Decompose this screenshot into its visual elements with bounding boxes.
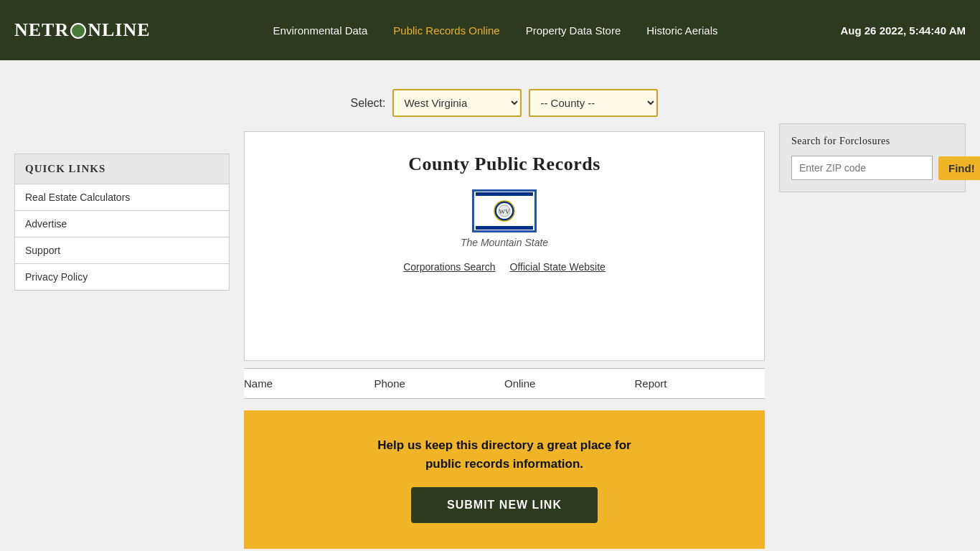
table-header: Name Phone Online Report xyxy=(244,368,765,399)
sidebar-list: Real Estate Calculators Advertise Suppor… xyxy=(14,184,230,291)
nav-public-records-online[interactable]: Public Records Online xyxy=(393,24,499,37)
official-state-website-link[interactable]: Official State Website xyxy=(510,261,606,273)
nav-environmental-data[interactable]: Environmental Data xyxy=(273,24,368,37)
col-report: Report xyxy=(635,377,765,390)
sidebar-link-support[interactable]: Support xyxy=(15,237,229,263)
col-online: Online xyxy=(504,377,635,390)
state-nickname: The Mountain State xyxy=(461,237,548,248)
foreclosure-title: Search for Forclosures xyxy=(791,136,953,147)
submit-new-link-button[interactable]: SUBMIT NEW LINK xyxy=(411,487,598,523)
cta-text-line2: public records information. xyxy=(425,457,583,471)
sidebar-item-advertise[interactable]: Advertise xyxy=(15,211,229,237)
page-body: Quick Links Real Estate Calculators Adve… xyxy=(0,60,980,551)
state-select[interactable]: West Virginia xyxy=(392,89,522,117)
svg-rect-2 xyxy=(476,226,533,230)
left-sidebar: Quick Links Real Estate Calculators Adve… xyxy=(14,154,230,291)
select-label: Select: xyxy=(351,97,386,110)
site-header: NETR NLINE Environmental Data Public Rec… xyxy=(0,0,980,60)
logo-text-after: NLINE xyxy=(88,19,150,41)
cta-text: Help us keep this directory a great plac… xyxy=(258,436,750,473)
cta-text-line1: Help us keep this directory a great plac… xyxy=(377,438,631,452)
globe-icon xyxy=(70,23,86,39)
records-box: County Public Records WV xyxy=(244,131,765,361)
logo-text-before: NETR xyxy=(14,19,69,41)
site-logo: NETR NLINE xyxy=(14,19,151,41)
corporations-search-link[interactable]: Corporations Search xyxy=(403,261,495,273)
state-flag-image: WV xyxy=(472,189,537,232)
select-row: Select: West Virginia -- County -- xyxy=(244,75,765,131)
main-content: Select: West Virginia -- County -- Count… xyxy=(244,75,765,551)
nav-historic-aerials[interactable]: Historic Aerials xyxy=(646,24,717,37)
state-flag-svg: WV xyxy=(476,192,533,230)
sidebar-item-real-estate-calculators[interactable]: Real Estate Calculators xyxy=(15,184,229,211)
sidebar-link-real-estate-calculators[interactable]: Real Estate Calculators xyxy=(15,184,229,210)
main-nav: Environmental Data Public Records Online… xyxy=(273,24,718,37)
col-name: Name xyxy=(244,377,374,390)
sidebar-link-advertise[interactable]: Advertise xyxy=(15,211,229,237)
sidebar-title: Quick Links xyxy=(14,154,230,184)
datetime-display: Aug 26 2022, 5:44:40 AM xyxy=(840,24,966,37)
sidebar-item-support[interactable]: Support xyxy=(15,237,229,264)
col-phone: Phone xyxy=(374,377,505,390)
state-flag-area: WV The Mountain State xyxy=(259,189,750,248)
svg-text:WV: WV xyxy=(499,208,510,215)
right-sidebar: Search for Forclosures Find! xyxy=(779,123,966,192)
nav-property-data-store[interactable]: Property Data Store xyxy=(526,24,621,37)
svg-rect-1 xyxy=(476,192,533,196)
county-select[interactable]: -- County -- xyxy=(529,89,658,117)
state-links: Corporations Search Official State Websi… xyxy=(259,261,750,273)
zip-input[interactable] xyxy=(791,156,933,180)
find-button[interactable]: Find! xyxy=(938,156,980,180)
sidebar-link-privacy-policy[interactable]: Privacy Policy xyxy=(15,264,229,290)
sidebar-item-privacy-policy[interactable]: Privacy Policy xyxy=(15,264,229,290)
page-title: County Public Records xyxy=(259,154,750,175)
zip-row: Find! xyxy=(791,156,953,180)
cta-box: Help us keep this directory a great plac… xyxy=(244,410,765,549)
